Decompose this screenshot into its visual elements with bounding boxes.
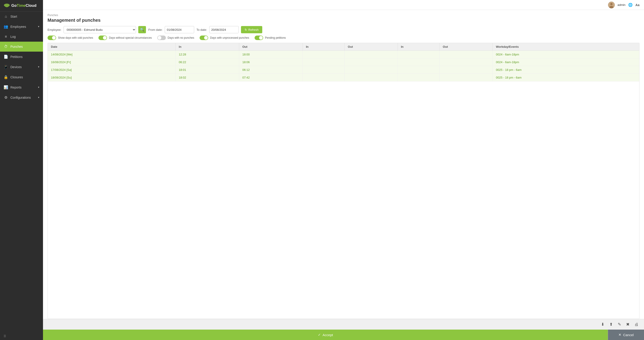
cell-date: 17/08/2024 [Sa] [48, 66, 176, 74]
chevron-down-icon-reports: ▾ [38, 86, 39, 89]
export-down-button[interactable]: ⬇ [600, 321, 605, 328]
page-title: Management of punches [48, 18, 640, 23]
toggle-slider-unprocessed [200, 36, 208, 40]
toggle-slider-pending [254, 36, 263, 40]
chevron-down-icon-devices: ▾ [38, 66, 39, 68]
toggle-no-punches: Days with no punches [157, 36, 194, 40]
sidebar-label-closures: Closures [10, 76, 39, 79]
reports-icon: 📊 [4, 85, 8, 90]
devices-icon: 📱 [4, 65, 8, 69]
col-header-in2: In [302, 43, 344, 51]
avatar [608, 2, 615, 8]
sidebar-label-configurations: Configurations [10, 96, 38, 99]
punches-icon: ⏱ [4, 44, 8, 49]
cancel-button[interactable]: ✕ Cancel [608, 330, 644, 340]
sidebar-item-closures[interactable]: 🔒 Closures [0, 72, 43, 82]
table-row[interactable]: 18/08/2024 [Su]18:0207:420025 - 18 pm - … [48, 74, 639, 82]
table-body: 14/08/2024 [We]12:2818:000024 - 6am-18pm… [48, 51, 639, 82]
employee-label: Employee: [48, 28, 61, 32]
petitions-icon: 📄 [4, 54, 8, 59]
sidebar-item-devices[interactable]: 📱 Devices ▾ [0, 62, 43, 72]
from-date-input[interactable] [165, 26, 194, 33]
employees-icon: 👥 [4, 24, 8, 29]
col-header-in3: In [398, 43, 440, 51]
globe-icon[interactable]: 🌐 [628, 3, 633, 7]
toggle-slider-no-punches [157, 36, 166, 40]
filter-bar: Employee: 000000005 - Edmund Budu 🔍 From… [48, 26, 640, 33]
accept-button[interactable]: ✓ Accept [43, 330, 608, 340]
col-header-date: Date [48, 43, 176, 51]
font-size-toggle[interactable]: Aa [636, 3, 640, 7]
breadcrumb: Punches [48, 14, 640, 17]
refresh-icon: ↻ [244, 28, 247, 32]
cell-workday: 0024 - 6am-18pm [492, 58, 639, 66]
table-row[interactable]: 14/08/2024 [We]12:2818:000024 - 6am-18pm [48, 51, 639, 58]
accept-label: Accept [323, 333, 333, 337]
sidebar-item-start[interactable]: ⌂ Start [0, 12, 43, 22]
col-header-workday: Workday/Events [492, 43, 639, 51]
punches-table-container: Date In Out In Out In Out Workday/Events… [48, 43, 640, 319]
table-row[interactable]: 16/08/2024 [Fr]06:2218:060024 - 6am-18pm [48, 58, 639, 66]
sidebar: GoTimeCloud ⌂ Start 👥 Employees ▾ ≡ Log … [0, 0, 43, 340]
sidebar-item-employees[interactable]: 👥 Employees ▾ [0, 22, 43, 32]
toggle-special-circumstances: Days without special circumstances [98, 36, 152, 40]
bottom-toolbar: ⬇ ⬆ ✎ ✖ 🖨 [43, 319, 644, 330]
search-button[interactable]: 🔍 [138, 26, 146, 33]
cell-workday: 0025 - 18 pm - 6am [492, 66, 639, 74]
sidebar-logo: GoTimeCloud [0, 0, 43, 12]
edit-button[interactable]: ✎ [617, 321, 622, 328]
export-up-button[interactable]: ⬆ [608, 321, 614, 328]
cell-workday: 0024 - 6am-18pm [492, 51, 639, 58]
sidebar-label-devices: Devices [10, 65, 38, 69]
topbar-right: admin 🌐 Aa [608, 2, 640, 8]
log-icon: ≡ [4, 35, 8, 39]
menu-icon: ☰ [4, 334, 6, 338]
sidebar-item-configurations[interactable]: ⚙ Configurations ▾ [0, 92, 43, 102]
sidebar-item-punches[interactable]: ⏱ Punches [0, 42, 43, 52]
refresh-button[interactable]: ↻ Refresh [241, 26, 262, 33]
cell-date: 18/08/2024 [Su] [48, 74, 176, 82]
search-icon: 🔍 [140, 28, 144, 32]
toggle-odd-punches: Show days with odd punches [48, 36, 93, 40]
to-date-input[interactable] [209, 26, 239, 33]
cancel-icon: ✕ [618, 333, 621, 337]
sidebar-label-reports: Reports [10, 86, 38, 89]
sidebar-label-log: Log [10, 35, 39, 38]
table-header-row: Date In Out In Out In Out Workday/Events [48, 43, 639, 51]
sidebar-item-log[interactable]: ≡ Log [0, 32, 43, 42]
chevron-down-icon-config: ▾ [38, 96, 39, 99]
sidebar-item-reports[interactable]: 📊 Reports ▾ [0, 82, 43, 92]
sidebar-item-petitions[interactable]: 📄 Petitions [0, 52, 43, 62]
toggle-odd-punches-label: Show days with odd punches [58, 36, 93, 40]
page-content: Punches Management of punches Employee: … [43, 10, 644, 319]
logo-text: GoTimeCloud [11, 4, 36, 8]
employee-select[interactable]: 000000005 - Edmund Budu [64, 26, 136, 33]
col-header-out2: Out [345, 43, 398, 51]
col-header-out3: Out [440, 43, 492, 51]
topbar: admin 🌐 Aa [43, 0, 644, 10]
from-date-label: From date: [148, 28, 162, 32]
col-header-in1: In [176, 43, 239, 51]
closures-icon: 🔒 [4, 75, 8, 79]
action-bar: ✓ Accept ✕ Cancel [43, 330, 644, 340]
punches-table: Date In Out In Out In Out Workday/Events… [48, 43, 639, 82]
delete-button[interactable]: ✖ [625, 321, 630, 328]
toggle-no-punches-label: Days with no punches [168, 36, 194, 40]
cell-workday: 0025 - 18 pm - 6am [492, 74, 639, 82]
table-row[interactable]: 17/08/2024 [Sa]18:0106:120025 - 18 pm - … [48, 66, 639, 74]
toggle-pending-petitions-label: Pending petitions [265, 36, 286, 40]
toggle-special-circumstances-label: Days without special circumstances [109, 36, 152, 40]
sidebar-label-employees: Employees [10, 25, 38, 28]
toggle-row: Show days with odd punches Days without … [48, 36, 640, 40]
cell-date: 14/08/2024 [We] [48, 51, 176, 58]
username-label: admin [618, 3, 626, 6]
toggle-slider-special [98, 36, 107, 40]
col-header-out1: Out [239, 43, 303, 51]
accept-icon: ✓ [318, 333, 321, 337]
toggle-unprocessed: Days with unprocessed punches [200, 36, 249, 40]
print-button[interactable]: 🖨 [634, 321, 640, 328]
cancel-label: Cancel [623, 333, 634, 337]
main-area: admin 🌐 Aa Punches Management of punches… [43, 0, 644, 340]
refresh-label: Refresh [248, 28, 259, 32]
sidebar-label-punches: Punches [10, 45, 39, 48]
